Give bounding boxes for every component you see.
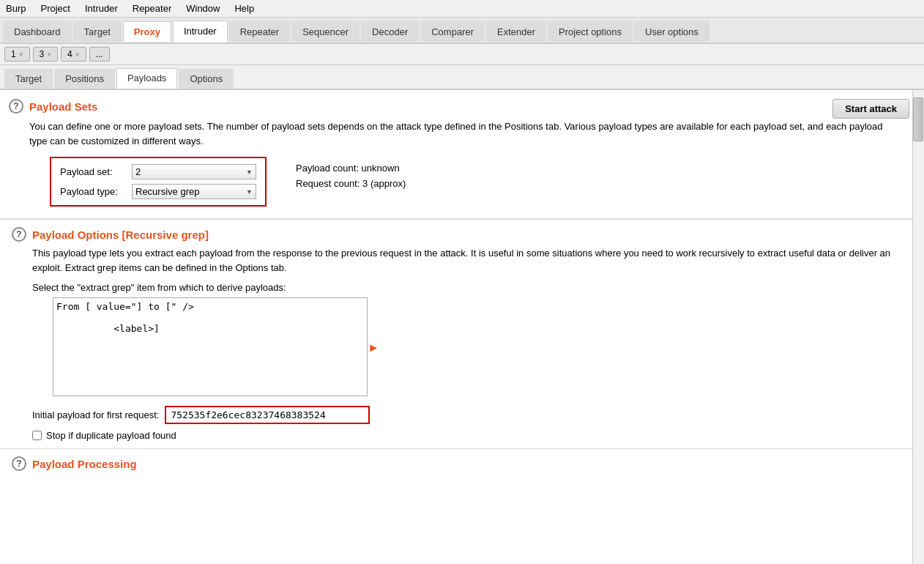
tab-proxy[interactable]: Proxy — [123, 21, 171, 42]
subtab-bar: 1 × 3 × 4 × ... — [0, 44, 924, 65]
section-tab-bar: Target Positions Payloads Options — [0, 65, 924, 90]
payload-form-group: Payload set: 2 1 Payload type: Rec — [50, 157, 267, 207]
payload-type-row: Payload type: Recursive grep Simple list… — [60, 184, 256, 199]
menu-burp[interactable]: Burp — [3, 1, 29, 15]
payload-processing-section: ? Payload Processing — [0, 449, 912, 484]
subtab-4-close[interactable]: × — [75, 51, 80, 59]
subtab-3-label: 3 — [40, 49, 45, 59]
payload-sets-title: Payload Sets — [29, 100, 97, 113]
select-grep-label: Select the "extract grep" item from whic… — [32, 282, 901, 293]
tab-user-options[interactable]: User options — [634, 21, 709, 42]
request-count-text: Request count: 3 (approx) — [296, 178, 406, 189]
scrollbar-track — [912, 90, 924, 564]
subtab-4-label: 4 — [67, 49, 72, 59]
payload-info: Payload count: unknown Request count: 3 … — [296, 163, 406, 193]
scrollbar-thumb[interactable] — [913, 97, 923, 141]
payload-options-icon: ? — [12, 227, 26, 242]
payload-processing-title: Payload Processing — [32, 458, 137, 470]
payload-processing-header: ? Payload Processing — [12, 456, 901, 471]
tab-decoder[interactable]: Decoder — [361, 21, 419, 42]
payload-options-section: ? Payload Options [Recursive grep] This … — [0, 220, 912, 448]
tab-target[interactable]: Target — [73, 21, 122, 42]
payload-sets-description: You can define one or more payload sets.… — [29, 119, 901, 148]
payload-set-select-wrapper: 2 1 — [132, 164, 256, 179]
payload-type-select-wrapper: Recursive grep Simple list Runtime file … — [132, 184, 256, 199]
tab-project-options[interactable]: Project options — [548, 21, 633, 42]
payload-set-label: Payload set: — [60, 166, 126, 177]
tab-sequencer[interactable]: Sequencer — [291, 21, 359, 42]
subtab-1-close[interactable]: × — [19, 51, 23, 59]
subtab-more[interactable]: ... — [89, 47, 110, 62]
tab-extender[interactable]: Extender — [486, 21, 546, 42]
initial-payload-input[interactable] — [165, 406, 370, 424]
payload-set-select[interactable]: 2 1 — [132, 164, 256, 179]
payload-type-select[interactable]: Recursive grep Simple list Runtime file … — [132, 184, 256, 199]
grep-textarea[interactable]: From [ value="] to [" /> <label>] — [53, 297, 368, 396]
subtab-1[interactable]: 1 × — [4, 47, 30, 62]
section-tab-positions[interactable]: Positions — [54, 69, 115, 89]
tab-repeater[interactable]: Repeater — [229, 21, 290, 42]
menu-bar: Burp Project Intruder Repeater Window He… — [0, 0, 924, 18]
stop-duplicate-label: Stop if duplicate payload found — [46, 430, 176, 441]
initial-payload-row: Initial payload for first request: — [32, 406, 901, 424]
payload-sets-header: ? Payload Sets — [9, 99, 901, 114]
grep-area-container: From [ value="] to [" /> <label>] ► — [32, 297, 368, 398]
menu-help[interactable]: Help — [231, 1, 257, 15]
payload-sets-section: ? Payload Sets You can define one or mor… — [0, 90, 912, 219]
subtab-4[interactable]: 4 × — [61, 47, 86, 62]
subtab-1-label: 1 — [11, 49, 16, 59]
section-tab-payloads[interactable]: Payloads — [116, 68, 177, 89]
stop-duplicate-checkbox[interactable] — [32, 431, 42, 440]
grep-arrow-icon[interactable]: ► — [368, 341, 379, 355]
stop-duplicate-row: Stop if duplicate payload found — [32, 430, 901, 441]
section-tab-options[interactable]: Options — [179, 69, 234, 89]
subtab-3[interactable]: 3 × — [33, 47, 59, 62]
payload-options-title: Payload Options [Recursive grep] — [32, 229, 209, 241]
menu-repeater[interactable]: Repeater — [130, 1, 174, 15]
scrollable-content: ? Payload Sets You can define one or mor… — [0, 90, 924, 484]
top-tab-bar: Dashboard Target Proxy Intruder Repeater… — [0, 18, 924, 44]
section-tab-target[interactable]: Target — [4, 69, 53, 89]
payload-type-label: Payload type: — [60, 186, 126, 197]
payload-processing-icon: ? — [12, 456, 26, 471]
main-content: Start attack ? Payload Sets You can defi… — [0, 90, 924, 564]
tab-intruder[interactable]: Intruder — [173, 21, 228, 42]
payload-count-text: Payload count: unknown — [296, 163, 406, 174]
payload-set-row: Payload set: 2 1 — [60, 164, 256, 179]
tab-dashboard[interactable]: Dashboard — [3, 21, 72, 42]
initial-payload-label: Initial payload for first request: — [32, 409, 159, 420]
payload-sets-icon: ? — [9, 99, 23, 114]
tab-comparer[interactable]: Comparer — [420, 21, 485, 42]
payload-options-description: This payload type lets you extract each … — [32, 246, 901, 275]
menu-intruder[interactable]: Intruder — [82, 1, 121, 15]
payload-options-header: ? Payload Options [Recursive grep] — [12, 227, 901, 242]
menu-project[interactable]: Project — [37, 1, 72, 15]
subtab-3-close[interactable]: × — [47, 51, 51, 59]
menu-window[interactable]: Window — [183, 1, 223, 15]
subtab-more-label: ... — [96, 49, 103, 59]
